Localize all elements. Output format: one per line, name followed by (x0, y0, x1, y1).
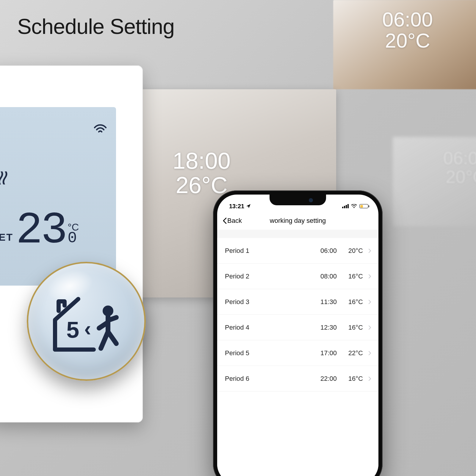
overlay-blurred-time: 06:00 (443, 149, 476, 167)
back-button[interactable]: Back (223, 217, 242, 225)
period-label: Period 1 (225, 247, 311, 255)
overlay-evening: 18:00 26°C (173, 149, 231, 198)
period-time: 11:30 (311, 298, 337, 306)
chevron-left-icon (223, 217, 227, 224)
period-label: Period 6 (225, 375, 311, 383)
period-number: 5 (66, 317, 79, 343)
chevron-right-icon (368, 274, 371, 279)
chevron-right-icon (368, 376, 371, 381)
battery-fill (360, 205, 363, 208)
period-row[interactable]: Period 208:0016°C (217, 264, 378, 289)
back-label: Back (227, 217, 242, 225)
thermostat-screen: ≀≀≀ SET 23 °C 0 (0, 107, 116, 286)
phone-notch (270, 195, 326, 205)
unit-decimal-digit: 0 (68, 231, 79, 245)
status-time: 13:21 (229, 203, 244, 210)
period-row[interactable]: Period 622:0016°C (217, 366, 378, 392)
screen-title: working day setting (270, 217, 326, 225)
svg-point-7 (353, 207, 355, 208)
page-title: Schedule Setting (17, 14, 174, 39)
overlay-blurred-temp: 20°C (443, 167, 476, 186)
overlay-evening-temp: 26°C (173, 173, 231, 198)
set-temperature-value: 23 (16, 213, 66, 248)
overlay-morning-temp: 20°C (382, 30, 433, 51)
period-row[interactable]: Period 412:3016°C (217, 315, 378, 340)
chevron-right-icon (368, 351, 371, 356)
chevron-right-icon (368, 325, 371, 330)
svg-rect-4 (344, 206, 345, 208)
overlay-blurred: 06:00 20°C (443, 149, 476, 186)
period-temp: 16°C (341, 324, 363, 331)
period-label: Period 5 (225, 349, 311, 357)
period-temp: 22°C (341, 349, 363, 357)
wifi-icon (351, 204, 357, 208)
period-row[interactable]: Period 517:0022°C (217, 340, 378, 366)
period-time: 17:00 (311, 349, 337, 357)
period-temp: 16°C (341, 273, 363, 280)
magnifier-bubble: 5 ‹ (27, 262, 146, 381)
location-arrow-icon (246, 204, 251, 209)
plus-button[interactable]: + (0, 361, 0, 381)
set-label: SET (0, 231, 13, 243)
period-time: 12:30 (311, 324, 337, 331)
phone-mockup: 13:21 (213, 190, 383, 476)
overlay-evening-time: 18:00 (173, 149, 231, 173)
period-time: 22:00 (311, 375, 337, 383)
arrive-home-period-icon: 5 ‹ (49, 290, 123, 353)
period-time: 06:00 (311, 247, 337, 255)
temperature-unit: °C 0 (68, 223, 79, 245)
period-temp: 20°C (341, 247, 363, 255)
svg-rect-5 (346, 205, 347, 208)
set-temperature-row: SET 23 °C 0 (0, 213, 79, 248)
period-row[interactable]: Period 106:0020°C (217, 238, 378, 264)
svg-text:‹: ‹ (84, 317, 91, 340)
wifi-icon (93, 123, 107, 134)
period-list: Period 106:0020°CPeriod 208:0016°CPeriod… (217, 238, 378, 476)
svg-rect-3 (342, 207, 343, 208)
overlay-morning: 06:00 20°C (382, 9, 433, 51)
period-label: Period 2 (225, 273, 311, 280)
period-label: Period 4 (225, 324, 311, 331)
cell-signal-icon (342, 204, 349, 208)
overlay-morning-time: 06:00 (382, 9, 433, 30)
period-temp: 16°C (341, 375, 363, 383)
period-time: 08:00 (311, 273, 337, 280)
battery-icon (359, 204, 368, 208)
svg-rect-6 (347, 204, 349, 208)
heat-waves-icon: ≀≀≀ (0, 165, 4, 190)
nav-header: Back working day setting (217, 212, 378, 230)
period-row[interactable]: Period 311:3016°C (217, 289, 378, 315)
phone-screen: 13:21 (217, 195, 378, 476)
chevron-right-icon (368, 300, 371, 304)
period-temp: 16°C (341, 298, 363, 306)
period-label: Period 3 (225, 298, 311, 306)
chevron-right-icon (368, 248, 371, 253)
list-spacer (217, 230, 378, 238)
